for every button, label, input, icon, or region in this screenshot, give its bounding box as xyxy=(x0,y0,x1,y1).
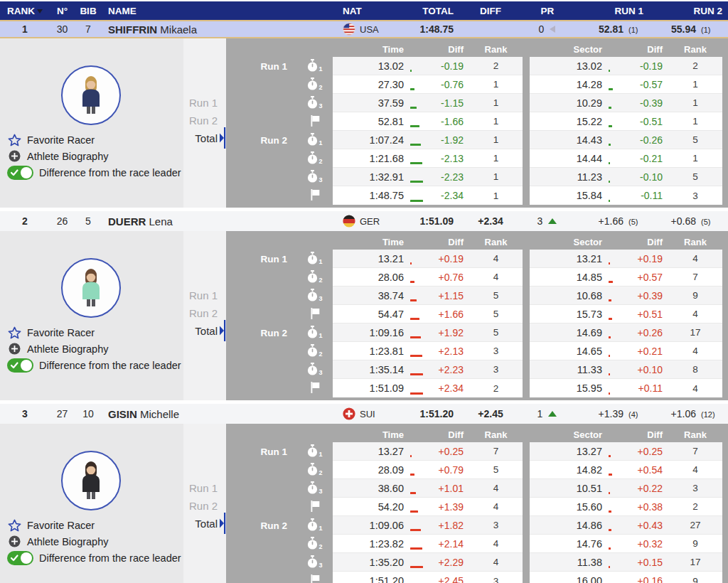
athlete-biography-button[interactable]: Athlete Biography xyxy=(7,535,181,547)
split-time-rank: 3 xyxy=(469,572,523,583)
toggle-on-icon[interactable] xyxy=(7,551,33,565)
racer-detail-panel: Favorite Racer Athlete Biography Differe… xyxy=(0,231,728,400)
split-time: 1:35.14 xyxy=(333,360,410,379)
time-diff-bar xyxy=(410,342,423,360)
column-header-rank[interactable]: RANK xyxy=(0,6,50,16)
time-diff-bar xyxy=(410,186,423,205)
column-header-pr: PR xyxy=(519,6,576,16)
sector-diff-bar xyxy=(608,305,619,323)
stopwatch-3-icon: 3 xyxy=(297,479,333,498)
column-header-name: NAME xyxy=(102,6,334,16)
splits-header-sector-diff: Diff xyxy=(619,234,668,250)
nav-total[interactable]: Total xyxy=(195,518,218,530)
nav-run2[interactable]: Run 2 xyxy=(189,114,218,127)
split-time-rank: 5 xyxy=(469,305,523,323)
split-time-rank: 7 xyxy=(469,442,523,461)
nav-run2[interactable]: Run 2 xyxy=(189,307,218,319)
time-diff-bar xyxy=(410,516,423,535)
view-selector: Run 1 Run 2 Total xyxy=(183,424,226,583)
run-label xyxy=(226,94,297,112)
splits-header-rank: Rank xyxy=(469,234,523,250)
racer-total-diff: +2.34 xyxy=(462,215,519,227)
toggle-on-icon[interactable] xyxy=(7,358,33,373)
toggle-on-icon[interactable] xyxy=(7,166,33,180)
flag-ger-icon xyxy=(343,215,355,228)
sector-diff: +0.43 xyxy=(619,516,668,535)
racer-run1-result: 52.81(1) xyxy=(576,23,655,35)
run-label xyxy=(226,149,297,168)
racer-summary-row[interactable]: 2 26 5 DUERR Lena GER 1:51.09 +2.34 3 +1… xyxy=(0,210,728,231)
racer-nationality: SUI xyxy=(334,407,398,420)
racer-start-number: 30 xyxy=(50,23,75,35)
split-time-rank: 2 xyxy=(469,379,523,397)
nav-run1[interactable]: Run 1 xyxy=(189,97,218,109)
stopwatch-1-icon: 1 xyxy=(297,323,333,342)
sector-rank: 2 xyxy=(668,57,722,75)
split-time: 1:21.68 xyxy=(333,149,410,168)
time-diff-bar xyxy=(410,112,423,131)
split-time-rank: 1 xyxy=(469,94,523,112)
stopwatch-2-icon: 2 xyxy=(297,461,333,479)
sector-diff: +0.51 xyxy=(619,305,668,323)
sector-time: 15.84 xyxy=(530,186,608,205)
view-selector: Run 1 Run 2 Total xyxy=(183,38,226,208)
splits-table: Time Diff Rank Sector Diff Rank Run 1 1 … xyxy=(226,424,728,583)
stopwatch-3-icon: 3 xyxy=(297,553,333,572)
sector-diff: +0.11 xyxy=(619,379,668,397)
column-header-bib: BIB xyxy=(75,6,102,16)
favorite-racer-button[interactable]: Favorite Racer xyxy=(7,326,181,339)
difference-toggle-row[interactable]: Difference from the race leader xyxy=(7,551,181,565)
difference-toggle-row[interactable]: Difference from the race leader xyxy=(7,358,181,373)
sector-rank: 9 xyxy=(668,535,722,553)
sector-time: 15.73 xyxy=(530,305,608,323)
split-time: 1:09.16 xyxy=(333,323,410,342)
sector-diff-bar xyxy=(608,442,619,461)
difference-toggle-row[interactable]: Difference from the race leader xyxy=(7,166,181,180)
favorite-racer-button[interactable]: Favorite Racer xyxy=(7,134,181,146)
athlete-biography-button[interactable]: Athlete Biography xyxy=(7,343,181,355)
racer-summary-row[interactable]: 3 27 10 GISIN Michelle SUI 1:51.20 +2.45… xyxy=(0,403,728,424)
splits-header-time: Time xyxy=(333,234,410,250)
split-time: 54.20 xyxy=(333,498,410,516)
nav-run2[interactable]: Run 2 xyxy=(189,500,218,512)
splits-header-diff: Diff xyxy=(423,41,469,57)
nav-run1[interactable]: Run 1 xyxy=(189,289,218,301)
splits-header-rank: Rank xyxy=(469,427,523,442)
split-time-rank: 4 xyxy=(469,250,523,268)
sector-rank: 3 xyxy=(668,186,722,205)
column-header-run1: RUN 1 xyxy=(576,6,655,16)
run-label xyxy=(226,75,297,94)
stopwatch-2-icon: 2 xyxy=(297,268,333,287)
table-gap xyxy=(523,94,530,112)
split-time-rank: 4 xyxy=(469,479,523,498)
checkmark-icon xyxy=(11,169,18,176)
sector-diff: +0.22 xyxy=(619,479,668,498)
run-label: Run 1 xyxy=(226,57,297,75)
run-label xyxy=(226,287,297,305)
favorite-racer-button[interactable]: Favorite Racer xyxy=(7,519,181,532)
racer-detail-panel: Favorite Racer Athlete Biography Differe… xyxy=(0,38,728,208)
racer-nationality: USA xyxy=(334,23,398,36)
favorite-racer-label: Favorite Racer xyxy=(27,134,95,146)
athlete-biography-button[interactable]: Athlete Biography xyxy=(7,150,181,162)
split-time: 1:23.81 xyxy=(333,342,410,360)
racer-summary-row[interactable]: 1 30 7 SHIFFRIN Mikaela USA 1:48.75 0 52… xyxy=(0,20,728,38)
sector-rank: 3 xyxy=(668,479,722,498)
nav-run1[interactable]: Run 1 xyxy=(189,482,218,494)
finish-flag-icon xyxy=(297,186,333,205)
splits-header-sector-diff: Diff xyxy=(619,41,668,57)
sector-time: 14.82 xyxy=(530,461,608,479)
sector-rank: 1 xyxy=(668,112,722,131)
nav-total[interactable]: Total xyxy=(195,325,218,337)
column-header-total: TOTAL xyxy=(398,6,462,16)
run-label: Run 2 xyxy=(226,131,297,149)
split-time-rank: 5 xyxy=(469,461,523,479)
sector-diff-bar xyxy=(608,572,619,583)
stopwatch-2-icon: 2 xyxy=(297,149,333,168)
sector-rank: 17 xyxy=(668,323,722,342)
nav-total[interactable]: Total xyxy=(195,132,218,144)
sector-diff-bar xyxy=(608,186,619,205)
racer-section: 1 30 7 SHIFFRIN Mikaela USA 1:48.75 0 52… xyxy=(0,20,728,208)
table-gap xyxy=(523,498,530,516)
split-time-diff: -1.92 xyxy=(423,131,469,149)
